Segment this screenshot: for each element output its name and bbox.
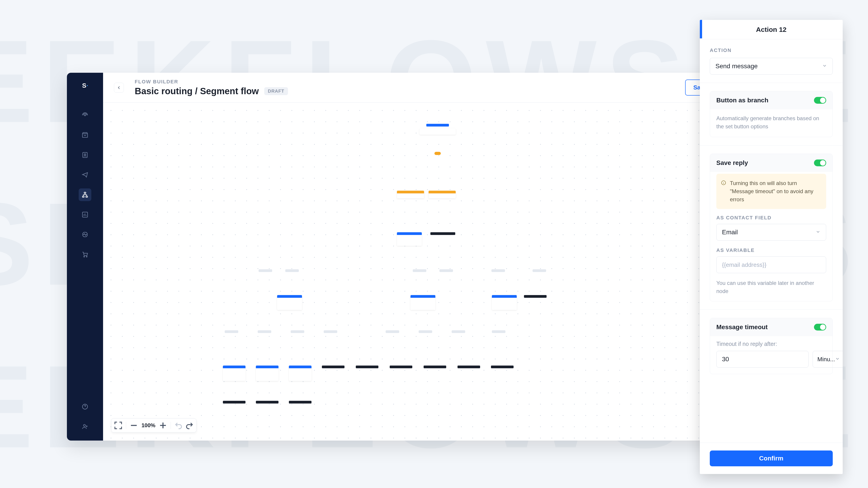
node-card[interactable] bbox=[429, 191, 456, 198]
app-logo: S• bbox=[80, 80, 90, 91]
back-button[interactable] bbox=[114, 83, 124, 93]
chevron-down-icon bbox=[815, 229, 820, 235]
timeout-value-input[interactable] bbox=[716, 351, 809, 367]
save-reply-info: Turning this on will also turn "Message … bbox=[716, 174, 826, 209]
branch-label bbox=[291, 330, 304, 333]
node-end[interactable] bbox=[356, 365, 378, 368]
button-as-branch-title: Button as branch bbox=[716, 97, 768, 104]
node-end[interactable] bbox=[458, 365, 480, 368]
timeout-label: Timeout if no reply after: bbox=[710, 336, 833, 351]
branch-label bbox=[532, 269, 546, 272]
topbar: FLOW BUILDER Basic routing / Segment flo… bbox=[103, 73, 749, 103]
svg-point-7 bbox=[84, 256, 85, 257]
timeout-unit-select[interactable]: Minu... bbox=[813, 351, 843, 367]
branch-label bbox=[258, 330, 271, 333]
canvas-toolbar: 100% bbox=[111, 418, 196, 432]
node-condition-pill[interactable] bbox=[434, 152, 441, 155]
contact-field-select[interactable]: Email bbox=[716, 224, 826, 240]
node-trigger[interactable] bbox=[426, 124, 449, 127]
branch-label bbox=[385, 330, 399, 333]
breadcrumb: FLOW BUILDER bbox=[135, 79, 288, 85]
node-end[interactable] bbox=[322, 365, 344, 368]
message-timeout-toggle[interactable] bbox=[814, 324, 826, 330]
sidebar: S• bbox=[67, 73, 103, 441]
node-end[interactable] bbox=[424, 365, 446, 368]
zoom-in-button[interactable] bbox=[158, 420, 168, 430]
branch-label bbox=[418, 330, 432, 333]
status-badge: DRAFT bbox=[264, 87, 288, 95]
node-end[interactable] bbox=[524, 295, 547, 298]
main: FLOW BUILDER Basic routing / Segment flo… bbox=[103, 73, 749, 441]
sidebar-item-commerce[interactable] bbox=[79, 248, 91, 261]
message-timeout-card: Message timeout Timeout if no reply afte… bbox=[710, 318, 833, 374]
app-window: S• FLOW BUILDER Basic routing / Segment … bbox=[67, 73, 749, 441]
node-card[interactable] bbox=[397, 191, 424, 198]
sidebar-item-help[interactable] bbox=[79, 400, 91, 413]
node-end[interactable] bbox=[256, 401, 278, 403]
zoom-level: 100% bbox=[140, 422, 157, 429]
sidebar-item-inbox[interactable] bbox=[79, 129, 91, 141]
page-title: Basic routing / Segment flow bbox=[135, 86, 259, 96]
sidebar-item-invite[interactable] bbox=[79, 420, 91, 433]
node-end[interactable] bbox=[390, 365, 412, 368]
undo-button[interactable] bbox=[174, 420, 184, 430]
sidebar-item-channels[interactable] bbox=[79, 109, 91, 122]
action-label: ACTION bbox=[710, 47, 833, 53]
branch-label bbox=[439, 269, 453, 272]
save-reply-card: Save reply Turning this on will also tur… bbox=[710, 154, 833, 301]
node-end[interactable] bbox=[430, 232, 455, 235]
node-card[interactable] bbox=[420, 128, 456, 135]
node-end[interactable] bbox=[491, 365, 514, 368]
info-icon bbox=[721, 180, 726, 185]
svg-rect-4 bbox=[83, 196, 84, 197]
node-end[interactable] bbox=[289, 401, 311, 403]
button-as-branch-card: Button as branch Automatically generate … bbox=[710, 91, 833, 137]
sidebar-item-contacts[interactable] bbox=[79, 149, 91, 161]
branch-label bbox=[324, 330, 337, 333]
save-reply-toggle[interactable] bbox=[814, 160, 826, 166]
contact-field-label: AS CONTACT FIELD bbox=[716, 215, 826, 221]
svg-rect-3 bbox=[84, 192, 86, 193]
branch-label bbox=[452, 330, 465, 333]
action-select[interactable]: Send message bbox=[710, 58, 833, 74]
node-card[interactable] bbox=[223, 365, 246, 381]
button-as-branch-toggle[interactable] bbox=[814, 97, 826, 104]
zoom-out-button[interactable] bbox=[129, 420, 139, 430]
redo-button[interactable] bbox=[184, 420, 194, 430]
branch-label bbox=[285, 269, 299, 272]
chevron-down-icon bbox=[835, 356, 840, 362]
node-end[interactable] bbox=[223, 401, 246, 403]
svg-point-10 bbox=[84, 424, 86, 427]
branch-label bbox=[413, 269, 426, 272]
action-panel: Action 12 ACTION Send message Button as … bbox=[700, 20, 843, 474]
fit-view-button[interactable] bbox=[113, 420, 123, 430]
sidebar-item-campaigns[interactable] bbox=[79, 168, 91, 181]
node-card[interactable] bbox=[492, 295, 517, 310]
node-card[interactable] bbox=[289, 365, 311, 381]
svg-point-2 bbox=[84, 154, 86, 155]
node-card[interactable] bbox=[256, 365, 278, 381]
panel-title: Action 12 bbox=[756, 26, 786, 33]
message-timeout-title: Message timeout bbox=[716, 324, 768, 331]
button-as-branch-desc: Automatically generate branches based on… bbox=[710, 109, 833, 137]
save-reply-title: Save reply bbox=[716, 159, 748, 166]
variable-input[interactable] bbox=[716, 256, 826, 273]
branch-label bbox=[258, 269, 272, 272]
branch-label bbox=[492, 330, 505, 333]
svg-rect-5 bbox=[86, 196, 88, 197]
sidebar-item-integrations[interactable] bbox=[79, 228, 91, 241]
branch-label bbox=[225, 330, 238, 333]
branch-label bbox=[491, 269, 505, 272]
flow-canvas[interactable]: 100% bbox=[103, 103, 749, 441]
svg-point-8 bbox=[86, 256, 87, 257]
node-card[interactable] bbox=[397, 232, 422, 246]
variable-helper: You can use this variable later in anoth… bbox=[710, 275, 833, 301]
sidebar-item-analytics[interactable] bbox=[79, 208, 91, 221]
confirm-button[interactable]: Confirm bbox=[710, 451, 833, 466]
node-card[interactable] bbox=[410, 295, 435, 310]
variable-label: AS VARIABLE bbox=[716, 248, 826, 253]
node-card[interactable] bbox=[277, 295, 302, 310]
action-select-value: Send message bbox=[715, 63, 758, 70]
sidebar-item-flow[interactable] bbox=[79, 188, 91, 201]
svg-point-0 bbox=[85, 115, 86, 116]
